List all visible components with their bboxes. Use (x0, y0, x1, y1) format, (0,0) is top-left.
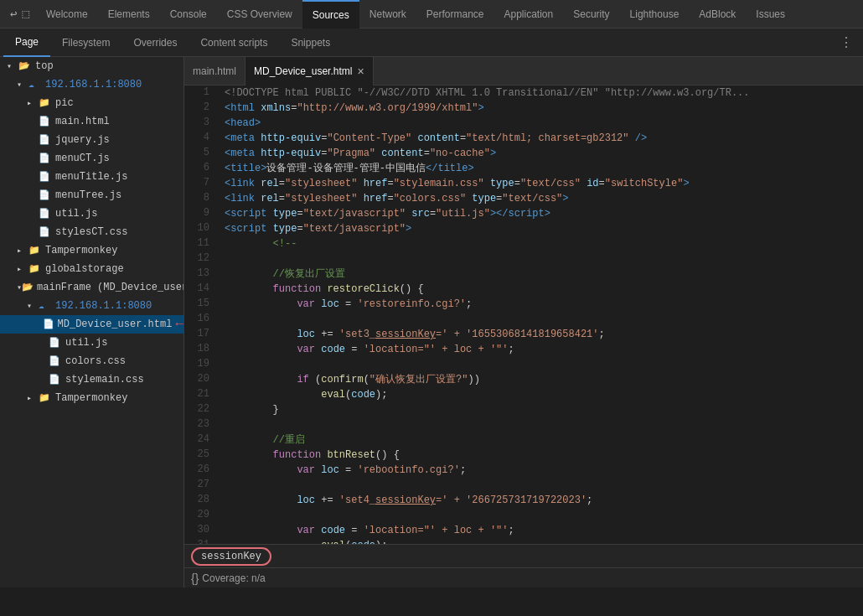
code-line-21: 21 eval(code); (184, 387, 863, 402)
line-number: 19 (184, 357, 218, 370)
code-line-3: 3<head> (184, 116, 863, 131)
code-line-31: 31 eval(code); (184, 538, 863, 544)
tree-item-main-html[interactable]: 📄main.html (0, 112, 183, 131)
line-number: 3 (184, 116, 218, 128)
toolbar-tabs-container: PageFilesystemOverridesContent scriptsSn… (3, 28, 833, 57)
back-icon[interactable]: ↩ (10, 7, 17, 21)
tree-item-tampermonkey[interactable]: 📁Tampermonkey (0, 241, 183, 260)
line-number: 9 (184, 206, 218, 219)
tree-item-tampermonkey2[interactable]: 📁Tampermonkey (0, 389, 183, 407)
nav-tab-console[interactable]: Console (160, 0, 217, 28)
search-term: sessionKey (201, 551, 261, 562)
line-content: //重启 (218, 432, 863, 448)
nav-tab-elements[interactable]: Elements (98, 0, 160, 28)
file-tab-label-md-device-tab: MD_Device_user.html (254, 65, 352, 77)
nav-tab-network[interactable]: Network (359, 0, 416, 28)
toolbar-tab-snippets[interactable]: Snippets (279, 28, 342, 57)
line-number: 1 (184, 85, 218, 98)
line-content: <script type="text/javascript" src="util… (218, 206, 863, 221)
tree-item-label-colors-css: colors.css (65, 355, 126, 367)
line-content: eval(code); (218, 387, 863, 402)
js-icon: 📄 (39, 189, 52, 201)
line-content: var code = 'location="' + loc + '"'; (218, 342, 863, 357)
code-line-18: 18 var code = 'location="' + loc + '"'; (184, 342, 863, 357)
tree-item-pic[interactable]: 📁pic (0, 94, 183, 112)
nav-tab-security[interactable]: Security (563, 0, 619, 28)
tree-item-menuTitle-js[interactable]: 📄menuTitle.js (0, 168, 183, 186)
line-number: 15 (184, 297, 218, 309)
line-number: 28 (184, 493, 218, 505)
code-line-29: 29 (184, 508, 863, 523)
code-line-10: 10<script type="text/javascript"> (184, 221, 863, 236)
tree-item-globalstorage[interactable]: 📁globalstorage (0, 260, 183, 278)
tree-item-label-stylemain-css: stylemain.css (65, 374, 144, 386)
line-content: <!-- (218, 236, 863, 251)
line-content: <link rel="stylesheet" href="colors.css"… (218, 191, 863, 206)
code-editor[interactable]: 1<!DOCTYPE html PUBLIC "-//W3C//DTD XHTM… (184, 85, 863, 544)
line-content: var loc = 'rebootinfo.cgi?'; (218, 463, 863, 478)
nav-tab-adblock[interactable]: AdBlock (689, 0, 746, 28)
tree-item-jquery-js[interactable]: 📄jquery.js (0, 131, 183, 149)
folder-icon: 📂 (18, 60, 32, 72)
nav-tab-performance[interactable]: Performance (416, 0, 494, 28)
tree-item-server[interactable]: ☁192.168.1.1:8080 (0, 75, 183, 94)
toolbar-tab-filesystem[interactable]: Filesystem (50, 28, 121, 57)
tree-item-mainFrame[interactable]: 📂mainFrame (MD_Device_user.html) (0, 278, 183, 297)
nav-tab-sources[interactable]: Sources (302, 0, 359, 28)
tree-item-menuCT-js[interactable]: 📄menuCT.js (0, 149, 183, 168)
toolbar-tab-page[interactable]: Page (3, 28, 50, 57)
tree-item-server2[interactable]: ☁192.168.1.1:8080 (0, 297, 183, 315)
more-options-icon[interactable]: ⋮ (833, 34, 860, 51)
tree-item-colors-css[interactable]: 📄colors.css (0, 352, 183, 370)
nav-tab-lighthouse[interactable]: Lighthouse (620, 0, 690, 28)
line-content: eval(code); (218, 538, 863, 544)
code-line-22: 22 } (184, 402, 863, 417)
inspect-icon[interactable]: ⬚ (22, 7, 28, 21)
line-content: if (confirm("确认恢复出厂设置?")) (218, 372, 863, 387)
line-content: loc += 'set4_sessionKey=' + '26672573171… (218, 493, 863, 508)
file-tabs-container: main.htmlMD_Device_user.html× (184, 57, 374, 85)
code-line-30: 30 var code = 'location="' + loc + '"'; (184, 523, 863, 538)
line-number: 17 (184, 327, 218, 339)
line-number: 5 (184, 146, 218, 158)
cloud-icon: ☁ (39, 300, 52, 312)
file-tab-close-md-device-tab[interactable]: × (357, 65, 364, 78)
code-lines: 1<!DOCTYPE html PUBLIC "-//W3C//DTD XHTM… (184, 85, 863, 544)
line-number: 6 (184, 161, 218, 173)
folder-icon: 📁 (39, 97, 52, 109)
code-line-23: 23 (184, 417, 863, 432)
file-tabs: main.htmlMD_Device_user.html× (184, 57, 863, 85)
tree-item-top[interactable]: 📂top (0, 57, 183, 75)
file-tab-label-main-html-tab: main.html (193, 65, 236, 77)
line-content: <head> (218, 116, 863, 131)
tree-item-stylesCT-css[interactable]: 📄stylesCT.css (0, 223, 183, 241)
tree-item-label-stylesCT-css: stylesCT.css (55, 226, 127, 238)
line-number: 30 (184, 523, 218, 536)
toolbar-tab-overrides[interactable]: Overrides (121, 28, 189, 57)
nav-tab-welcome[interactable]: Welcome (36, 0, 98, 28)
line-content: <script type="text/javascript"> (218, 221, 863, 236)
line-content: } (218, 402, 863, 417)
nav-tab-css-overview[interactable]: CSS Overview (217, 0, 302, 28)
js-icon: 📄 (39, 153, 52, 164)
nav-tab-issues[interactable]: Issues (746, 0, 795, 28)
tree-item-label-menuTitle-js: menuTitle.js (55, 171, 127, 183)
tree-item-util-js2[interactable]: 📄util.js (0, 334, 183, 352)
code-line-17: 17 loc += 'set3_sessionKey=' + '16553068… (184, 327, 863, 342)
file-tab-main-html-tab[interactable]: main.html (184, 57, 245, 85)
tree-item-label-top: top (35, 60, 54, 72)
css-icon: 📄 (49, 374, 62, 386)
tree-item-util-js[interactable]: 📄util.js (0, 204, 183, 223)
tree-item-label-util-js: util.js (55, 208, 97, 220)
tree-item-stylemain-css[interactable]: 📄stylemain.css (0, 370, 183, 389)
tree-item-MD-device-html[interactable]: 📄MD_Device_user.html ← (0, 315, 183, 334)
js-icon: 📄 (39, 208, 52, 220)
tree-item-label-MD-device-html: MD_Device_user.html (58, 318, 173, 330)
nav-tab-application[interactable]: Application (494, 0, 564, 28)
toolbar-tab-content-scripts[interactable]: Content scripts (189, 28, 279, 57)
line-number: 16 (184, 312, 218, 324)
js-icon: 📄 (39, 171, 52, 183)
file-tab-md-device-tab[interactable]: MD_Device_user.html× (245, 57, 374, 85)
tree-item-menuTree-js[interactable]: 📄menuTree.js (0, 186, 183, 204)
selected-arrow-icon: ← (175, 317, 183, 332)
